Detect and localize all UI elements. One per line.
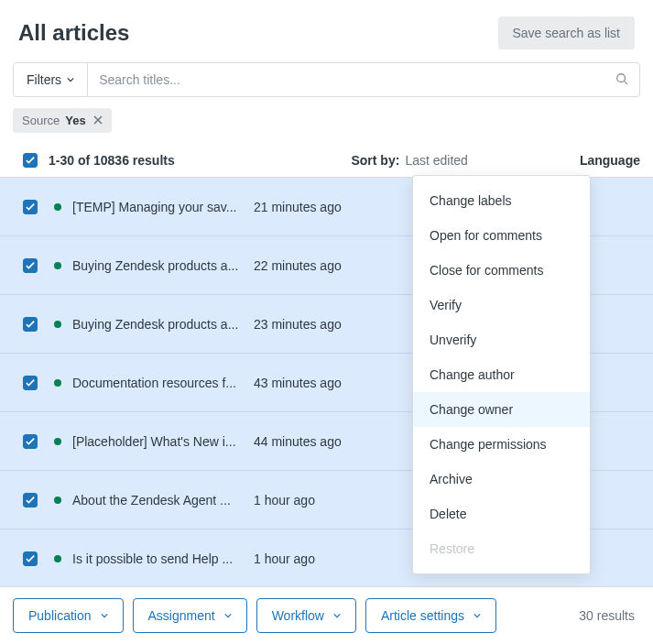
svg-line-1 xyxy=(625,81,628,84)
sort-value: Last edited xyxy=(405,153,468,168)
row-checkbox[interactable] xyxy=(23,493,38,508)
search-icon[interactable] xyxy=(615,72,628,88)
language-column: Language xyxy=(580,153,640,168)
article-settings-button[interactable]: Article settings xyxy=(365,598,496,633)
select-all-checkbox[interactable] xyxy=(23,153,38,168)
status-dot-icon xyxy=(54,438,61,445)
article-settings-label: Article settings xyxy=(381,608,464,623)
status-dot-icon xyxy=(54,497,61,504)
menu-item-open-for-comments[interactable]: Open for comments xyxy=(413,218,590,253)
status-dot-icon xyxy=(54,379,61,387)
article-title[interactable]: Buying Zendesk products a... xyxy=(72,258,243,273)
menu-item-archive[interactable]: Archive xyxy=(413,462,590,497)
article-title[interactable]: [TEMP] Managing your sav... xyxy=(72,200,243,214)
sort-label: Sort by: xyxy=(351,153,399,168)
last-edited-time: 1 hour ago xyxy=(254,551,315,566)
last-edited-time: 22 minutes ago xyxy=(254,258,342,273)
article-title[interactable]: Buying Zendesk products a... xyxy=(72,317,243,332)
chip-label: Source xyxy=(22,114,60,127)
sort-control[interactable]: Sort by: Last edited xyxy=(351,153,467,168)
assignment-button[interactable]: Assignment xyxy=(133,598,247,633)
publication-label: Publication xyxy=(28,608,92,623)
last-edited-time: 23 minutes ago xyxy=(254,317,342,332)
status-dot-icon xyxy=(54,262,61,269)
status-dot-icon xyxy=(54,321,61,328)
row-checkbox[interactable] xyxy=(23,376,38,390)
menu-item-unverify[interactable]: Unverify xyxy=(413,322,590,357)
filters-label: Filters xyxy=(27,72,61,87)
row-checkbox[interactable] xyxy=(23,434,38,449)
article-title[interactable]: [Placeholder] What's New i... xyxy=(72,434,243,449)
article-title[interactable]: Documentation resources f... xyxy=(72,376,243,390)
workflow-label: Workflow xyxy=(272,608,324,623)
page-title: All articles xyxy=(18,20,129,46)
save-search-button[interactable]: Save search as list xyxy=(498,16,636,49)
menu-item-close-for-comments[interactable]: Close for comments xyxy=(413,253,590,288)
menu-item-change-permissions[interactable]: Change permissions xyxy=(413,427,590,462)
menu-item-change-owner[interactable]: Change owner xyxy=(413,392,590,427)
filters-button[interactable]: Filters xyxy=(13,62,88,97)
article-title[interactable]: About the Zendesk Agent ... xyxy=(72,493,243,508)
menu-item-verify[interactable]: Verify xyxy=(413,288,590,322)
close-icon[interactable] xyxy=(92,114,103,127)
filter-chip-source[interactable]: Source Yes xyxy=(13,108,112,133)
menu-item-change-labels[interactable]: Change labels xyxy=(413,183,590,218)
chevron-down-icon xyxy=(473,611,481,621)
row-checkbox[interactable] xyxy=(23,258,38,273)
publication-button[interactable]: Publication xyxy=(13,598,124,633)
last-edited-time: 21 minutes ago xyxy=(254,200,342,214)
chevron-down-icon xyxy=(224,611,232,621)
last-edited-time: 43 minutes ago xyxy=(254,376,342,390)
workflow-button[interactable]: Workflow xyxy=(256,598,356,633)
menu-item-restore: Restore xyxy=(413,531,590,566)
chevron-down-icon xyxy=(101,611,108,621)
menu-item-change-author[interactable]: Change author xyxy=(413,357,590,392)
row-checkbox[interactable] xyxy=(23,317,38,332)
assignment-label: Assignment xyxy=(148,608,215,623)
chevron-down-icon xyxy=(333,611,341,621)
bulk-action-bar: Publication Assignment Workflow Article … xyxy=(0,586,653,644)
row-checkbox[interactable] xyxy=(23,200,38,214)
chip-value: Yes xyxy=(65,114,85,127)
article-settings-menu: Change labelsOpen for commentsClose for … xyxy=(412,175,591,574)
menu-item-delete[interactable]: Delete xyxy=(413,497,590,531)
row-checkbox[interactable] xyxy=(23,551,38,566)
last-edited-time: 1 hour ago xyxy=(254,493,315,508)
search-input[interactable] xyxy=(99,63,615,96)
results-count: 1-30 of 10836 results xyxy=(49,153,175,168)
article-title[interactable]: Is it possible to send Help ... xyxy=(72,551,243,566)
selection-count: 30 results xyxy=(579,608,640,623)
last-edited-time: 44 minutes ago xyxy=(254,434,342,449)
svg-point-0 xyxy=(617,73,626,82)
status-dot-icon xyxy=(54,203,61,211)
search-wrap xyxy=(88,62,640,97)
chevron-down-icon xyxy=(67,75,74,85)
status-dot-icon xyxy=(54,555,61,562)
